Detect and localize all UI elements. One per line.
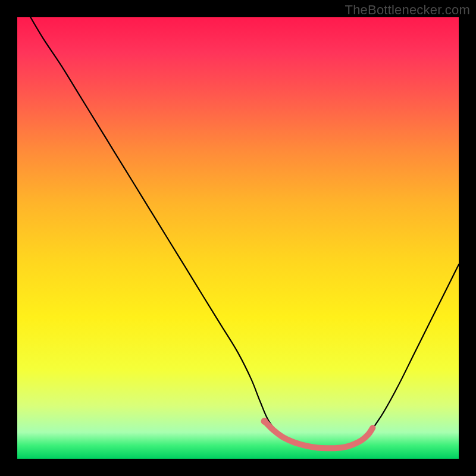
highlight-start-dot	[261, 418, 268, 425]
attribution-text: TheBottlenecker.com	[345, 2, 470, 18]
bottleneck-curve	[30, 17, 459, 448]
chart-frame: TheBottlenecker.com	[0, 0, 476, 476]
plot-area	[17, 17, 459, 459]
chart-svg	[17, 17, 459, 459]
highlight-segment	[265, 421, 373, 448]
